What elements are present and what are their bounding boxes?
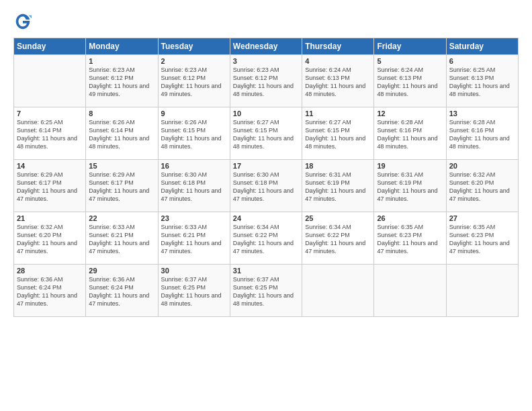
calendar-week-1: 1Sunrise: 6:23 AM Sunset: 6:12 PM Daylig… [14,55,519,107]
calendar-cell: 4Sunrise: 6:24 AM Sunset: 6:13 PM Daylig… [302,55,374,107]
day-content: Sunrise: 6:26 AM Sunset: 6:14 PM Dayligh… [89,118,154,151]
day-content: Sunrise: 6:31 AM Sunset: 6:19 PM Dayligh… [377,171,443,203]
day-number: 26 [377,214,443,222]
day-number: 21 [17,214,83,222]
calendar-cell: 3Sunrise: 6:23 AM Sunset: 6:12 PM Daylig… [230,55,302,107]
day-content: Sunrise: 6:28 AM Sunset: 6:16 PM Dayligh… [449,118,515,151]
calendar-cell [446,265,518,317]
calendar-cell: 19Sunrise: 6:31 AM Sunset: 6:19 PM Dayli… [374,160,446,212]
day-content: Sunrise: 6:26 AM Sunset: 6:15 PM Dayligh… [161,118,227,151]
header-row: SundayMondayTuesdayWednesdayThursdayFrid… [14,38,519,55]
calendar-cell: 6Sunrise: 6:25 AM Sunset: 6:13 PM Daylig… [446,55,518,107]
calendar-cell: 29Sunrise: 6:36 AM Sunset: 6:24 PM Dayli… [86,265,158,317]
day-content: Sunrise: 6:23 AM Sunset: 6:12 PM Dayligh… [89,66,154,99]
day-number: 17 [233,162,299,170]
page-header [13,12,519,31]
day-number: 13 [449,109,515,118]
day-number: 24 [233,214,299,222]
day-number: 1 [89,57,154,65]
day-content: Sunrise: 6:27 AM Sunset: 6:15 PM Dayligh… [233,118,299,151]
day-content: Sunrise: 6:24 AM Sunset: 6:13 PM Dayligh… [377,66,443,99]
header-friday: Friday [374,38,446,55]
calendar-cell: 27Sunrise: 6:35 AM Sunset: 6:23 PM Dayli… [446,212,518,265]
calendar-cell: 5Sunrise: 6:24 AM Sunset: 6:13 PM Daylig… [374,55,446,107]
calendar-cell: 13Sunrise: 6:28 AM Sunset: 6:16 PM Dayli… [446,107,518,160]
calendar-week-2: 7Sunrise: 6:25 AM Sunset: 6:14 PM Daylig… [14,107,519,160]
day-number: 19 [377,162,443,170]
calendar-cell: 16Sunrise: 6:30 AM Sunset: 6:18 PM Dayli… [158,160,230,212]
day-number: 10 [233,109,299,118]
day-content: Sunrise: 6:33 AM Sunset: 6:21 PM Dayligh… [89,223,154,256]
day-content: Sunrise: 6:33 AM Sunset: 6:21 PM Dayligh… [161,223,227,256]
calendar-cell: 24Sunrise: 6:34 AM Sunset: 6:22 PM Dayli… [230,212,302,265]
day-content: Sunrise: 6:34 AM Sunset: 6:22 PM Dayligh… [233,223,299,256]
calendar-cell: 1Sunrise: 6:23 AM Sunset: 6:12 PM Daylig… [86,55,158,107]
day-content: Sunrise: 6:36 AM Sunset: 6:24 PM Dayligh… [17,275,83,308]
day-content: Sunrise: 6:36 AM Sunset: 6:24 PM Dayligh… [89,275,154,308]
day-content: Sunrise: 6:35 AM Sunset: 6:23 PM Dayligh… [377,223,443,256]
calendar-cell [374,265,446,317]
day-number: 4 [305,57,371,65]
day-content: Sunrise: 6:30 AM Sunset: 6:18 PM Dayligh… [161,171,227,203]
calendar-cell [302,265,374,317]
calendar-cell: 25Sunrise: 6:34 AM Sunset: 6:22 PM Dayli… [302,212,374,265]
day-content: Sunrise: 6:29 AM Sunset: 6:17 PM Dayligh… [17,171,83,203]
day-content: Sunrise: 6:25 AM Sunset: 6:14 PM Dayligh… [17,118,83,151]
day-number: 9 [161,109,227,118]
calendar-page: SundayMondayTuesdayWednesdayThursdayFrid… [0,0,532,411]
calendar-cell: 9Sunrise: 6:26 AM Sunset: 6:15 PM Daylig… [158,107,230,160]
calendar-cell: 8Sunrise: 6:26 AM Sunset: 6:14 PM Daylig… [86,107,158,160]
calendar-cell: 28Sunrise: 6:36 AM Sunset: 6:24 PM Dayli… [14,265,86,317]
day-number: 3 [233,57,299,65]
calendar-cell: 23Sunrise: 6:33 AM Sunset: 6:21 PM Dayli… [158,212,230,265]
header-monday: Monday [86,38,158,55]
day-number: 20 [449,162,515,170]
day-content: Sunrise: 6:23 AM Sunset: 6:12 PM Dayligh… [233,66,299,99]
day-number: 18 [305,162,371,170]
day-content: Sunrise: 6:35 AM Sunset: 6:23 PM Dayligh… [449,223,515,256]
calendar-cell: 21Sunrise: 6:32 AM Sunset: 6:20 PM Dayli… [14,212,86,265]
calendar-table: SundayMondayTuesdayWednesdayThursdayFrid… [13,38,519,317]
day-content: Sunrise: 6:23 AM Sunset: 6:12 PM Dayligh… [161,66,227,99]
calendar-cell: 10Sunrise: 6:27 AM Sunset: 6:15 PM Dayli… [230,107,302,160]
day-content: Sunrise: 6:25 AM Sunset: 6:13 PM Dayligh… [449,66,515,99]
day-content: Sunrise: 6:27 AM Sunset: 6:15 PM Dayligh… [305,118,371,151]
header-sunday: Sunday [14,38,86,55]
calendar-cell: 17Sunrise: 6:30 AM Sunset: 6:18 PM Dayli… [230,160,302,212]
day-number: 6 [449,57,515,65]
day-number: 29 [89,267,154,275]
logo [13,12,35,31]
day-number: 16 [161,162,227,170]
day-content: Sunrise: 6:34 AM Sunset: 6:22 PM Dayligh… [305,223,371,256]
calendar-week-3: 14Sunrise: 6:29 AM Sunset: 6:17 PM Dayli… [14,160,519,212]
day-content: Sunrise: 6:30 AM Sunset: 6:18 PM Dayligh… [233,171,299,203]
calendar-week-4: 21Sunrise: 6:32 AM Sunset: 6:20 PM Dayli… [14,212,519,265]
day-number: 11 [305,109,371,118]
day-number: 5 [377,57,443,65]
header-tuesday: Tuesday [158,38,230,55]
day-content: Sunrise: 6:37 AM Sunset: 6:25 PM Dayligh… [233,275,299,308]
day-content: Sunrise: 6:32 AM Sunset: 6:20 PM Dayligh… [449,171,515,203]
calendar-cell: 12Sunrise: 6:28 AM Sunset: 6:16 PM Dayli… [374,107,446,160]
day-number: 23 [161,214,227,222]
header-saturday: Saturday [446,38,518,55]
calendar-cell: 31Sunrise: 6:37 AM Sunset: 6:25 PM Dayli… [230,265,302,317]
header-thursday: Thursday [302,38,374,55]
day-number: 30 [161,267,227,275]
day-number: 22 [89,214,154,222]
calendar-cell: 26Sunrise: 6:35 AM Sunset: 6:23 PM Dayli… [374,212,446,265]
day-content: Sunrise: 6:28 AM Sunset: 6:16 PM Dayligh… [377,118,443,151]
day-number: 15 [89,162,154,170]
header-wednesday: Wednesday [230,38,302,55]
day-content: Sunrise: 6:31 AM Sunset: 6:19 PM Dayligh… [305,171,371,203]
logo-icon [13,12,32,31]
day-content: Sunrise: 6:32 AM Sunset: 6:20 PM Dayligh… [17,223,83,256]
calendar-cell: 15Sunrise: 6:29 AM Sunset: 6:17 PM Dayli… [86,160,158,212]
calendar-cell: 11Sunrise: 6:27 AM Sunset: 6:15 PM Dayli… [302,107,374,160]
calendar-cell: 30Sunrise: 6:37 AM Sunset: 6:25 PM Dayli… [158,265,230,317]
calendar-cell: 18Sunrise: 6:31 AM Sunset: 6:19 PM Dayli… [302,160,374,212]
day-number: 27 [449,214,515,222]
day-number: 12 [377,109,443,118]
calendar-cell: 22Sunrise: 6:33 AM Sunset: 6:21 PM Dayli… [86,212,158,265]
calendar-cell [14,55,86,107]
